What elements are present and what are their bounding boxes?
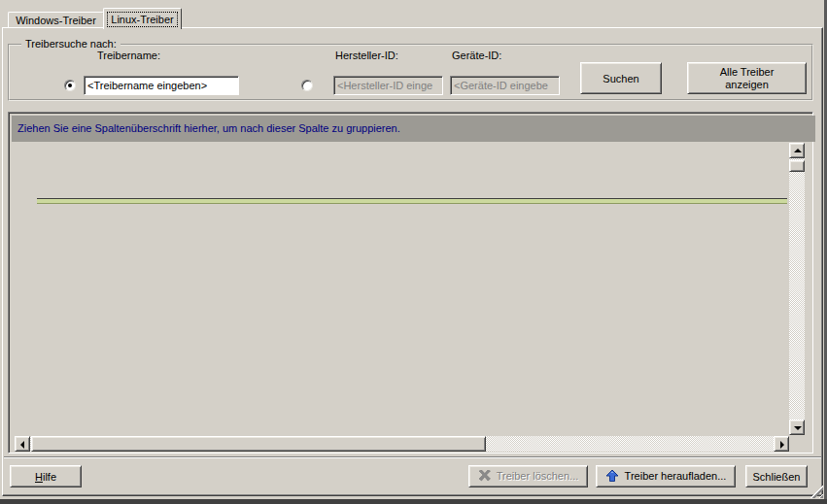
horizontal-scrollbar[interactable]: [15, 436, 789, 452]
show-all-line1: Alle Treiber: [720, 66, 775, 78]
window-bottom-edge: [0, 499, 827, 504]
new-row-band: [37, 198, 787, 204]
delete-x-icon: [478, 470, 491, 482]
upload-arrow-icon: [605, 469, 619, 483]
footer-separator: [4, 456, 821, 458]
hersteller-id-label: Hersteller-ID:: [335, 50, 398, 61]
tab-label: Windows-Treiber: [16, 15, 96, 26]
show-all-line2: anzeigen: [725, 79, 769, 90]
left-arrow-icon: [20, 441, 24, 449]
tab-focus-rect: [107, 12, 178, 27]
scroll-down-button[interactable]: [789, 420, 805, 435]
vertical-scroll-thumb[interactable]: [789, 160, 805, 172]
hersteller-id-input: [333, 76, 443, 95]
treibername-input[interactable]: [84, 76, 239, 95]
vertical-scrollbar[interactable]: [789, 143, 805, 435]
scroll-left-button[interactable]: [15, 436, 30, 452]
horizontal-scroll-thumb[interactable]: [31, 436, 486, 452]
up-arrow-icon: [794, 149, 802, 152]
treibername-label: Treibername:: [97, 50, 160, 61]
upload-driver-button[interactable]: Treiber heraufladen...: [596, 465, 736, 487]
group-by-drop-zone[interactable]: Ziehen Sie eine Spaltenüberschrift hierh…: [12, 116, 815, 142]
right-arrow-icon: [780, 441, 784, 449]
hersteller-id-radio[interactable]: [301, 80, 313, 91]
upload-driver-label: Treiber heraufladen...: [625, 470, 727, 482]
groupbox-legend: Treibersuche nach:: [21, 38, 121, 50]
group-hint-text: Ziehen Sie eine Spaltenüberschrift hierh…: [17, 122, 400, 134]
search-button[interactable]: Suchen: [580, 62, 662, 94]
delete-driver-button: Treiber löschen...: [468, 465, 588, 487]
tab-linux-treiber[interactable]: Linux-Treiber: [103, 8, 182, 29]
scroll-up-button[interactable]: [789, 143, 805, 158]
driver-dialog: Windows-Treiber Linux-Treiber Treibersuc…: [0, 0, 827, 504]
geraete-id-input: [450, 76, 560, 95]
scrollbar-corner: [789, 436, 805, 452]
treibername-radio[interactable]: [64, 80, 76, 91]
close-button[interactable]: Schließen: [745, 465, 808, 487]
delete-driver-label: Treiber löschen...: [497, 470, 579, 482]
scroll-right-button[interactable]: [774, 436, 789, 452]
geraete-id-label: Geräte-ID:: [452, 50, 501, 61]
down-arrow-icon: [794, 426, 802, 430]
grid-container: [8, 112, 813, 454]
show-all-drivers-button[interactable]: Alle Treiber anzeigen: [687, 62, 807, 94]
help-button[interactable]: Hilfe: [10, 465, 82, 487]
tab-windows-treiber[interactable]: Windows-Treiber: [8, 12, 104, 27]
